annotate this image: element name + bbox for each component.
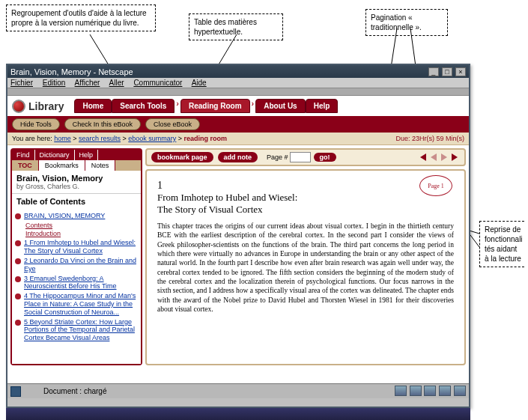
toc-list[interactable]: BRAIN, VISION, MEMORY Contents Introduct… [12,209,141,364]
toc-sub-intro[interactable]: Introduction [25,230,138,238]
page-view[interactable]: Page 1 1 From Imhotep to Hubel and Wiese… [145,169,466,365]
os-taskbar [6,408,470,420]
first-page-icon[interactable] [431,153,437,161]
btn-go[interactable]: go! [314,153,336,162]
crumb-home[interactable]: home [54,135,71,142]
nav-reading-room[interactable]: Reading Room [180,99,250,113]
page-content: Library Home Search Tools› Reading Room›… [7,96,469,383]
annotation-pagination: Pagination « traditionnelle ». [365,9,448,36]
status-mini-icon [410,386,422,396]
status-icon [10,386,21,397]
crumb-results[interactable]: search results [79,135,121,142]
menu-view[interactable]: Afficher [75,79,100,87]
toc-item-1[interactable]: 1 From Imhotep to Hubel and Wiesel: The … [24,239,138,255]
reading-toolbar: bookmark page add note Page # go! [145,148,466,166]
book-header: Brain, Vision, Memory by Gross, Charles … [12,171,141,194]
toc-item-4[interactable]: 4 The Hippocampus Minor and Man's Place … [24,292,138,316]
next-page-icon[interactable] [452,153,458,161]
toc-item-2[interactable]: 2 Leonardo Da Vinci on the Brain and Eye [24,257,138,273]
status-mini-icon [395,386,407,396]
sub-nav: Hide Tools Check In this eBook Close eBo… [7,116,469,133]
menu-help[interactable]: Aide [192,79,207,87]
btn-close-ebook[interactable]: Close eBook [145,118,200,130]
book-author: by Gross, Charles G. [16,183,136,190]
tab-find[interactable]: Find [12,150,35,160]
window-title: Brain, Vision, Memory - Netscape [10,67,133,76]
nav-home[interactable]: Home [74,99,112,113]
chapter-number: 1 [157,180,454,192]
reading-pane: bookmark page add note Page # go! Page 1… [145,148,466,365]
page-stamp: Page 1 [419,175,452,196]
sidebar-tabs-lower: TOC Bookmarks Notes [12,160,141,171]
tab-toc[interactable]: TOC [12,160,39,171]
chapter-body: This chapter traces the origins of our c… [157,222,454,314]
page-num-label: Page # [267,153,288,161]
annotation-toc: Table des matières hypertextuelle. [189,13,283,40]
btn-checkin[interactable]: Check In this eBook [64,118,141,130]
nav-help[interactable]: Help [306,99,339,113]
status-mini-icon [454,386,466,396]
bullet-icon [15,240,21,246]
page-nav-arrows [418,153,460,161]
crumb-current: reading room [184,135,228,142]
tab-help[interactable]: Help [75,150,99,160]
window-titlebar: Brain, Vision, Memory - Netscape _ □ × [7,65,469,78]
bullet-icon [15,213,21,219]
toc-heading: Table of Contents [12,194,141,209]
menu-edit[interactable]: Edition [43,79,66,87]
tab-bookmarks[interactable]: Bookmarks [39,160,85,171]
nav-about[interactable]: About Us [255,99,305,113]
toc-item-0[interactable]: BRAIN, VISION, MEMORY [24,212,105,220]
status-text: Document : chargé [43,387,107,395]
breadcrumb: You are here: home > search results > eb… [7,133,469,145]
tools-sidebar: Find Dictionary Help TOC Bookmarks Notes… [10,148,142,365]
menu-go[interactable]: Aller [109,79,124,87]
browser-toolbar [7,88,469,96]
minimize-button[interactable]: _ [428,67,439,76]
annotation-reprise: Reprise de fonctionnali tés aidant à la … [479,221,524,267]
status-mini-icon [424,386,436,396]
sidebar-tabs-top: Find Dictionary Help [12,150,141,160]
chapter-title-1: From Imhotep to Hubel and Wiesel: [157,192,454,204]
btn-bookmark-page[interactable]: bookmark page [151,152,213,162]
bullet-icon [15,320,21,326]
crumb-summary[interactable]: ebook summary [128,135,176,142]
menu-file[interactable]: Fichier [10,79,33,87]
status-right-icons [394,386,466,398]
logo-icon [12,100,25,113]
book-title: Brain, Vision, Memory [16,174,136,183]
toc-item-5[interactable]: 5 Beyond Striate Cortex: How Large Porti… [24,318,138,342]
chapter-title-2: The Story of Visual Cortex [157,204,454,216]
bullet-icon [15,293,21,299]
bullet-icon [15,276,21,282]
close-button[interactable]: × [455,67,466,76]
brand-text: Library [28,100,64,112]
status-bar: Document : chargé [7,383,469,398]
window-controls: _ □ × [428,67,466,76]
header-row: Library Home Search Tools› Reading Room›… [7,96,469,116]
due-time: Due: 23Hr(s) 59 Min(s) [395,135,464,142]
tab-dictionary[interactable]: Dictionary [35,150,75,160]
status-mini-icon [439,386,451,396]
btn-hide-tools[interactable]: Hide Tools [12,118,60,130]
nav-search[interactable]: Search Tools [112,99,175,113]
main-nav: Home Search Tools› Reading Room› About U… [74,99,338,113]
menu-bar: Fichier Edition Afficher Aller Communica… [7,78,469,88]
maximize-button[interactable]: □ [442,67,452,76]
menu-communicator[interactable]: Communicator [133,79,182,87]
btn-add-note[interactable]: add note [218,152,258,162]
browser-window: Brain, Vision, Memory - Netscape _ □ × F… [6,64,470,408]
last-page-icon[interactable] [441,153,447,161]
tab-notes[interactable]: Notes [85,160,116,171]
toc-item-3[interactable]: 3 Emanuel Swedenborg: A Neuroscientist B… [24,275,138,291]
prev-page-icon[interactable] [420,153,426,161]
page-num-input[interactable] [290,152,311,162]
bullet-icon [15,258,21,264]
site-logo: Library [12,100,64,113]
annotation-tools-group: Regroupement d'outils d'aide à la lectur… [6,4,156,31]
breadcrumb-label: You are here: [12,135,52,142]
toc-sub-contents[interactable]: Contents [25,222,138,230]
